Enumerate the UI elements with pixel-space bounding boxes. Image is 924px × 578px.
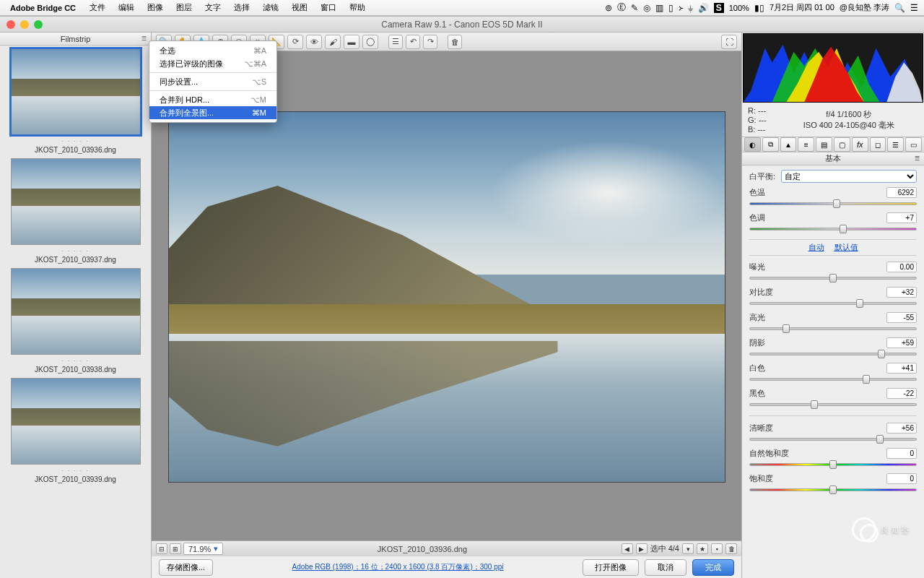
- thumbnail[interactable]: · · · · ·JKOST_2010_03938.dng: [6, 268, 145, 374]
- menu-filter[interactable]: 滤镜: [256, 0, 285, 16]
- slider-value[interactable]: +32: [886, 287, 917, 298]
- prev-button[interactable]: ◀: [622, 543, 633, 554]
- menu-file[interactable]: 文件: [83, 0, 112, 16]
- slider-value[interactable]: +7: [886, 212, 917, 223]
- slider-value[interactable]: 0.00: [886, 262, 917, 272]
- tab-camera[interactable]: ◻: [870, 137, 886, 152]
- filmstrip-header[interactable]: Filmstrip ☰: [0, 33, 151, 46]
- tab-fx[interactable]: fx: [852, 137, 868, 152]
- tab-split[interactable]: ▤: [816, 137, 832, 152]
- histogram[interactable]: [743, 33, 923, 103]
- tab-presets[interactable]: ☰: [887, 137, 904, 152]
- brush-tool-icon[interactable]: 🖌: [325, 35, 341, 49]
- done-button[interactable]: 完成: [692, 559, 734, 576]
- zoom-in-button[interactable]: ⊞: [170, 543, 181, 554]
- slider-track[interactable]: [749, 299, 917, 308]
- thumbnail[interactable]: · · · · ·JKOST_2010_03939.dng: [6, 378, 145, 483]
- zoom-out-button[interactable]: ⊟: [156, 543, 167, 554]
- slider-track[interactable]: [749, 225, 917, 233]
- wb-select[interactable]: 自定: [781, 170, 917, 183]
- save-image-button[interactable]: 存储图像...: [159, 559, 213, 576]
- tab-curve[interactable]: ⧉: [762, 137, 779, 152]
- cancel-button[interactable]: 取消: [645, 559, 687, 576]
- mac-menubar: Adobe Bridge CC 文件 编辑 图像 图层 文字 选择 滤镜 视图 …: [0, 0, 924, 16]
- slider-value[interactable]: 0: [886, 448, 917, 459]
- status-icon: ▯: [668, 3, 674, 13]
- menu-window[interactable]: 窗口: [314, 0, 343, 16]
- radial-tool-icon[interactable]: ◯: [362, 35, 378, 49]
- app-name[interactable]: Adobe Bridge CC: [10, 4, 76, 12]
- zoom-select[interactable]: 71.9%▾: [183, 543, 223, 555]
- slider-label: 高光: [749, 312, 765, 323]
- preview-canvas[interactable]: [152, 51, 741, 540]
- slider-value[interactable]: 0: [886, 473, 917, 484]
- slider-label: 曝光: [749, 262, 765, 272]
- menu-item[interactable]: 选择已评级的图像⌥⌘A: [149, 57, 276, 70]
- default-link[interactable]: 默认值: [834, 242, 858, 253]
- notifications-icon[interactable]: ☰: [910, 3, 918, 13]
- thumbnail[interactable]: · · · · ·JKOST_2010_03936.dng: [6, 48, 145, 154]
- rotate-ccw-icon[interactable]: ↶: [406, 35, 420, 49]
- dialog-footer: 存储图像... Adobe RGB (1998)；16 位；2400 x 160…: [152, 556, 741, 578]
- next-button[interactable]: ▶: [636, 543, 648, 554]
- tab-hsl[interactable]: ≡: [798, 137, 814, 152]
- wb-label: 白平衡:: [749, 171, 777, 182]
- menu-edit[interactable]: 编辑: [112, 0, 141, 16]
- thumbnail[interactable]: · · · · ·JKOST_2010_03937.dng: [6, 158, 145, 264]
- rating-icon[interactable]: ★: [697, 543, 708, 554]
- slider-value[interactable]: 6292: [886, 187, 917, 198]
- spotlight-icon[interactable]: 🔍: [894, 3, 905, 13]
- tab-snapshots[interactable]: ▭: [905, 137, 922, 152]
- tab-basic[interactable]: ◐: [744, 137, 761, 152]
- rotate-cw-icon[interactable]: ↷: [423, 35, 437, 49]
- filmstrip-title: Filmstrip: [61, 35, 91, 43]
- slider-value[interactable]: -55: [886, 312, 917, 323]
- menu-item[interactable]: 合并到 HDR...⌥M: [149, 93, 276, 106]
- slider-track[interactable]: [749, 199, 917, 208]
- redeye-tool-icon[interactable]: 👁: [306, 35, 322, 49]
- label-icon[interactable]: ▪: [711, 543, 723, 554]
- menu-image[interactable]: 图像: [141, 0, 170, 16]
- delete-mark-icon[interactable]: 🗑: [725, 543, 737, 554]
- panel-menu-icon[interactable]: ☰: [915, 155, 920, 162]
- slider-value[interactable]: +41: [886, 363, 917, 374]
- filter-icon[interactable]: ▾: [682, 543, 694, 554]
- slider-track[interactable]: [749, 375, 917, 384]
- slider-value[interactable]: -22: [886, 388, 917, 399]
- fullscreen-icon[interactable]: ⛶: [721, 35, 737, 49]
- filmstrip-menu-icon[interactable]: ☰: [141, 35, 147, 42]
- slider-track[interactable]: [749, 460, 917, 469]
- menu-view[interactable]: 视图: [285, 0, 314, 16]
- slider-value[interactable]: +56: [886, 423, 917, 434]
- slider-track[interactable]: [749, 400, 917, 409]
- menu-layer[interactable]: 图层: [170, 0, 199, 16]
- slider-track[interactable]: [749, 350, 917, 358]
- menu-item[interactable]: 同步设置...⌥S: [149, 75, 276, 88]
- slider-track[interactable]: [749, 274, 917, 282]
- bluetooth-icon: ᚛: [679, 3, 683, 13]
- menu-item[interactable]: 全选⌘A: [149, 44, 276, 57]
- slider-track[interactable]: [749, 324, 917, 333]
- slider-value[interactable]: +59: [886, 337, 917, 348]
- menu-type[interactable]: 文字: [199, 0, 227, 16]
- battery-percent: 100%: [729, 4, 749, 12]
- open-image-button[interactable]: 打开图像: [583, 559, 639, 576]
- filmstrip-context-menu: 全选⌘A选择已评级的图像⌥⌘A同步设置...⌥S合并到 HDR...⌥M合并到全…: [149, 40, 277, 123]
- slider-track[interactable]: [749, 486, 917, 494]
- menu-select[interactable]: 选择: [227, 0, 256, 16]
- slider-whites: 白色+41: [749, 363, 917, 384]
- spot-tool-icon[interactable]: ⟳: [287, 35, 303, 49]
- auto-link[interactable]: 自动: [808, 242, 824, 253]
- workflow-link[interactable]: Adobe RGB (1998)；16 位；2400 x 1600 (3.8 百…: [219, 562, 577, 572]
- delete-icon[interactable]: 🗑: [448, 35, 462, 49]
- window-title: Camera Raw 9.1 - Canon EOS 5D Mark II: [0, 20, 924, 30]
- evernote-icon: ✎: [631, 3, 638, 13]
- tab-detail[interactable]: ▲: [780, 137, 797, 152]
- prefs-icon[interactable]: ☰: [388, 35, 403, 49]
- r-value: R: ---: [748, 106, 767, 115]
- menu-item[interactable]: 合并到全景图...⌘M: [149, 106, 276, 119]
- gradient-tool-icon[interactable]: ▬: [344, 35, 359, 49]
- tab-lens[interactable]: ▢: [834, 137, 850, 152]
- menu-help[interactable]: 帮助: [343, 0, 372, 16]
- slider-track[interactable]: [749, 435, 917, 444]
